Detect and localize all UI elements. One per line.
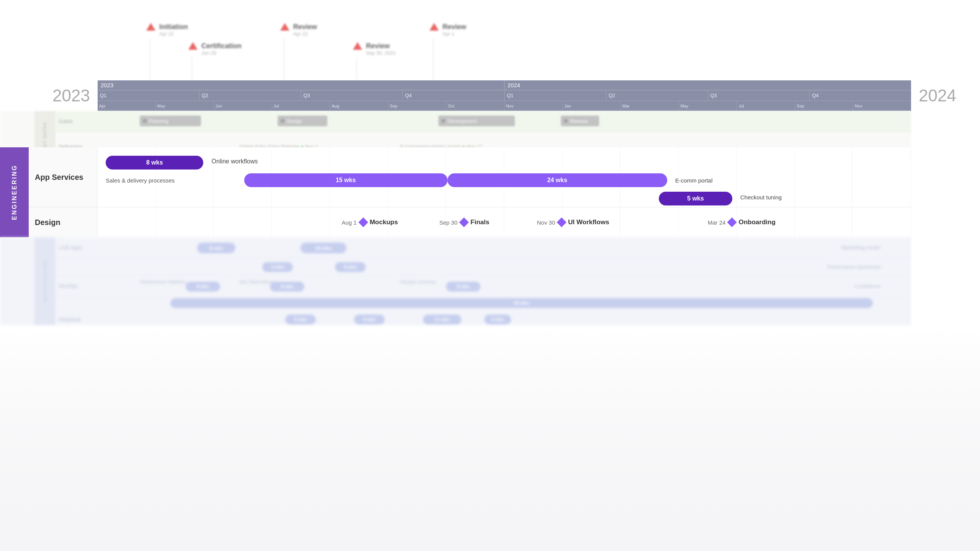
app-services-label: App Services (29, 147, 98, 207)
bottom-fade (0, 325, 980, 551)
engineering-label-bar: ENGINEERING (0, 147, 29, 237)
design-bars: Aug 1 Mockups Sep 30 Finals Nov 30 (98, 207, 911, 237)
engineering-rows: App Services 8 wks Online workflows (29, 147, 911, 237)
ecomm-label: E-comm portal (675, 177, 713, 184)
sales-delivery-label: Sales & delivery processes (106, 177, 175, 184)
bar-8wks-label: Online workflows (212, 158, 258, 165)
milestone-review-1: Review Apr 22 (279, 23, 317, 84)
year-left: 2023 (0, 80, 98, 111)
app-services-row: App Services 8 wks Online workflows (29, 147, 911, 207)
milestone-ui-workflows: Nov 30 UI Workflows (537, 218, 609, 226)
milestone-initiation: Initiation Apr 22 (145, 23, 188, 84)
milestone-mockups: Aug 1 Mockups (342, 218, 398, 226)
milestone-onboarding: Mar 24 Onboarding (708, 218, 776, 226)
design-label: Design (29, 207, 98, 237)
timeline-header: 2023 2024 Q1 Q2 Q3 Q4 Q1 Q2 Q3 Q4 Apr Ma… (98, 80, 911, 111)
top-milestone-area: Initiation Apr 22 Certification Jun 29 (0, 0, 980, 80)
gantt-container: Initiation Apr 22 Certification Jun 29 (0, 0, 980, 551)
year-right: 2024 (911, 80, 980, 111)
milestone-review-3: Review Apr 1 (429, 23, 466, 84)
design-row: Design Aug 1 Mockups Sep 30 F (29, 207, 911, 237)
bar-5wks: 5 wks (659, 192, 732, 205)
engineering-section: ENGINEERING App Services 8 wks (0, 147, 911, 237)
milestone-finals: Sep 30 Finals (439, 218, 490, 226)
bar-15wks: 15 wks (244, 173, 448, 187)
bar-24wks: 24 wks (448, 173, 667, 187)
bar-8wks: 8 wks (106, 156, 203, 170)
checkout-tuning-label: Checkout tuning (740, 194, 782, 201)
app-services-bars: 8 wks Online workflows Sales & delivery … (98, 147, 911, 207)
infrastructure-section: INFRASTRUCTURE LOB Apps 8 wks 10 wks Mar… (0, 237, 911, 325)
